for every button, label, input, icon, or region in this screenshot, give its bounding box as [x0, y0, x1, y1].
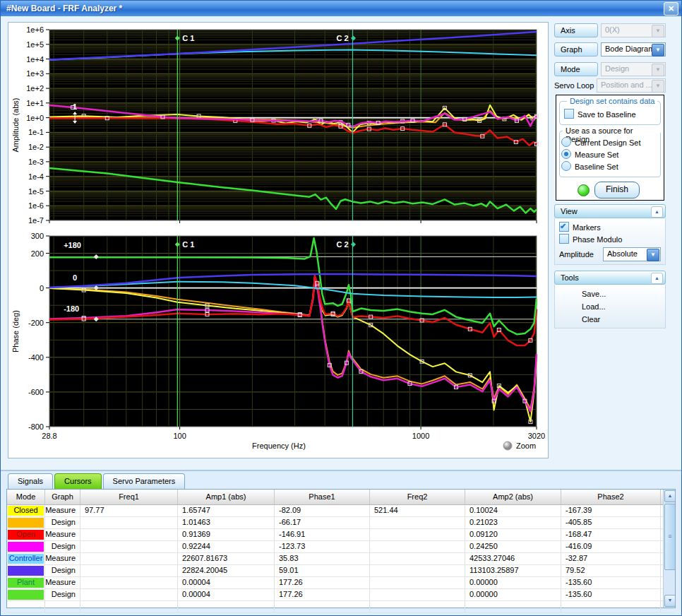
save-to-baseline-checkbox[interactable] — [564, 109, 574, 119]
table-row[interactable]: Design0.92244-123.730.24250-416.09 — [7, 541, 675, 553]
axis-dropdown[interactable]: 0(X) ▼ — [601, 23, 666, 37]
table-cell: 97.77 — [80, 505, 178, 516]
bottom-panel: SignalsCursorsServo Parameters ModeGraph… — [1, 470, 681, 615]
svg-text:Zoom: Zoom — [516, 442, 536, 450]
tab-servo-parameters[interactable]: Servo Parameters — [103, 473, 186, 489]
table-cell: 22607.81673 — [178, 553, 275, 564]
graph-dropdown[interactable]: Bode Diagram ▼ — [601, 42, 666, 57]
table-row[interactable]: ClosedMeasure97.771.65747-82.09521.440.1… — [7, 505, 675, 517]
table-cell: -66.17 — [275, 517, 370, 528]
cursor-table-body: ClosedMeasure97.771.65747-82.09521.440.1… — [7, 505, 675, 613]
table-cell — [370, 541, 465, 552]
chevron-down-icon: ▼ — [652, 44, 664, 57]
column-header-freq2[interactable]: Freq2 — [370, 490, 465, 504]
table-cell: Measure — [45, 577, 80, 588]
table-row[interactable]: Design22824.2004559.01113103.2589779.52 — [7, 565, 675, 577]
mode-cell: Plant — [7, 577, 45, 588]
save-to-baseline-row[interactable]: Save to Baseline — [564, 109, 636, 119]
status-led-icon — [578, 184, 590, 196]
radio-baseline-set[interactable]: Baseline Set — [561, 161, 618, 171]
table-cell: -135.60 — [561, 589, 661, 600]
scroll-up-icon[interactable]: ▲ — [664, 490, 676, 502]
table-row[interactable]: Design0.00004177.260.00000-135.60 — [7, 589, 675, 601]
phase-modulo-checkbox[interactable] — [559, 234, 569, 244]
phase-plot-area[interactable] — [49, 236, 537, 427]
radio-icon[interactable] — [561, 137, 571, 147]
load-tool[interactable]: Load... — [582, 301, 606, 312]
mode-cell — [7, 541, 45, 552]
phase-modulo-row[interactable]: Phase Modulo — [559, 234, 622, 244]
tab-cursors[interactable]: Cursors — [54, 473, 102, 489]
radio-current-design-set[interactable]: Current Design Set — [561, 137, 641, 147]
svg-text:-800: -800 — [28, 422, 44, 431]
tab-signals[interactable]: Signals — [8, 473, 53, 489]
radio-icon[interactable] — [561, 161, 571, 171]
chevron-down-icon: ▼ — [652, 80, 664, 93]
svg-text:1e-3: 1e-3 — [28, 158, 44, 166]
svg-text:1: 1 — [73, 102, 77, 111]
chevron-up-icon[interactable]: ▲ — [651, 206, 663, 218]
radio-icon[interactable] — [561, 149, 571, 159]
mode-cell — [7, 589, 45, 600]
svg-text:1e+4: 1e+4 — [26, 55, 44, 64]
table-scrollbar[interactable]: ▲ ≡ ▼ — [663, 490, 675, 608]
svg-text:3020: 3020 — [528, 432, 545, 440]
column-header-mode[interactable]: Mode — [7, 490, 45, 504]
design-set-title: Design set contains data — [567, 97, 657, 105]
clear-tool[interactable]: Clear — [582, 314, 600, 325]
chevron-down-icon: ▼ — [647, 249, 659, 261]
amplitude-dropdown[interactable]: Absolute ▼ — [603, 247, 661, 261]
table-cell — [80, 529, 178, 540]
table-cell: -167.39 — [561, 505, 661, 516]
table-cell: Measure — [45, 505, 80, 516]
mode-row: Mode Design ▼ — [554, 62, 666, 76]
zoom-button[interactable]: Zoom — [503, 442, 536, 450]
table-cell — [370, 553, 465, 564]
table-row[interactable]: OpenMeasure0.91369-146.910.09120-168.47 — [7, 529, 675, 541]
view-title: View — [561, 207, 578, 215]
svg-text:C 1: C 1 — [182, 34, 194, 42]
save-to-baseline-label: Save to Baseline — [578, 110, 636, 119]
radio-label: Measure Set — [575, 150, 618, 159]
x-axis-title: Frequency (Hz) — [252, 442, 306, 450]
column-header-freq1[interactable]: Freq1 — [80, 490, 178, 504]
table-row[interactable]: ControllerMeasure22607.8167335.8342533.2… — [7, 553, 675, 565]
amplitude-axis-title: Amplitude (abs) — [11, 97, 20, 152]
table-cell: Design — [45, 589, 80, 600]
svg-text:C 1: C 1 — [182, 240, 194, 249]
bode-chart-panel: C 1C 211e+61e+51e+41e+31e+21e+11e+01e-11… — [8, 22, 549, 458]
servo-loop-dropdown[interactable]: Position and ... ▼ — [597, 78, 666, 93]
table-cell: Measure — [45, 553, 80, 564]
table-cell: 1.65747 — [178, 505, 275, 516]
save-tool[interactable]: Save... — [582, 288, 606, 300]
scrollbar-thumb[interactable]: ≡ — [664, 504, 676, 570]
finish-button[interactable]: Finish — [594, 182, 640, 199]
column-header-amp1-abs[interactable]: Amp1 (abs) — [178, 490, 275, 504]
table-row[interactable]: Design1.01463-66.170.21023-405.85 — [7, 517, 675, 529]
table-cell: 0.21023 — [465, 517, 561, 528]
tools-section-header[interactable]: Tools ▲ — [554, 271, 666, 285]
radio-measure-set[interactable]: Measure Set — [561, 149, 618, 159]
scroll-down-icon[interactable]: ▼ — [664, 595, 676, 607]
markers-row[interactable]: Markers — [559, 222, 601, 232]
table-cell: 0.92244 — [178, 541, 275, 552]
axis-label: Axis — [554, 23, 598, 37]
column-header-amp2-abs[interactable]: Amp2 (abs) — [465, 490, 561, 504]
chevron-down-icon: ▼ — [652, 64, 664, 76]
markers-checkbox[interactable] — [559, 222, 569, 232]
title-bar[interactable]: #New Board - FRF Analyzer * ✕ — [1, 1, 681, 16]
tools-section-body: Save... Load... Clear — [554, 285, 666, 328]
table-row[interactable]: PlantMeasure0.00004177.260.00000-135.60 — [7, 577, 675, 589]
table-cell: -123.73 — [275, 541, 370, 552]
column-header-phase1[interactable]: Phase1 — [275, 490, 370, 504]
svg-text:+180: +180 — [64, 241, 81, 249]
view-section-header[interactable]: View ▲ — [554, 204, 666, 218]
close-button[interactable]: ✕ — [664, 2, 678, 16]
column-header-graph[interactable]: Graph — [45, 490, 80, 504]
tools-title: Tools — [561, 273, 579, 282]
chevron-up-icon[interactable]: ▲ — [651, 273, 663, 284]
table-cell: 35.83 — [275, 553, 370, 564]
main-area: C 1C 211e+61e+51e+41e+31e+21e+11e+01e-11… — [1, 16, 681, 615]
column-header-phase2[interactable]: Phase2 — [561, 490, 661, 504]
mode-dropdown[interactable]: Design ▼ — [601, 62, 666, 76]
